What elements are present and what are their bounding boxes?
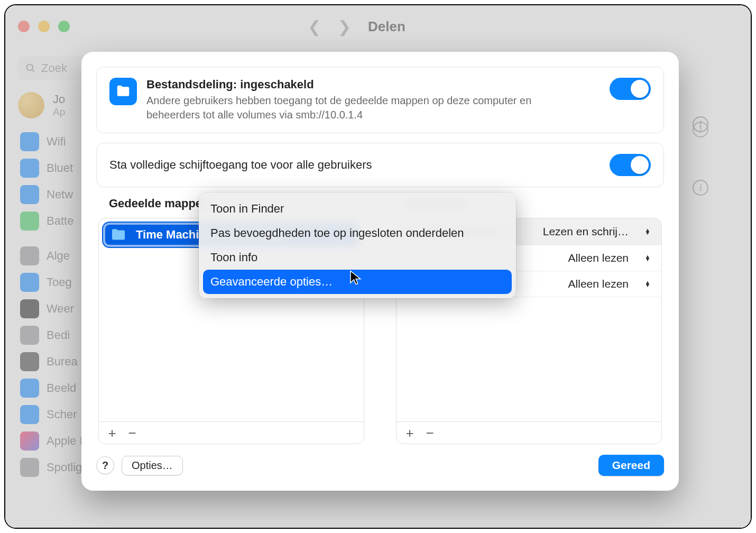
file-sharing-description: Andere gebruikers hebben toegang tot de … — [146, 94, 559, 122]
permission-stepper[interactable]: ▲▼ — [642, 278, 653, 290]
file-sharing-title: Bestandsdeling: ingeschakeld — [146, 78, 600, 91]
add-folder-button[interactable]: + — [104, 425, 120, 441]
file-sharing-toggle[interactable] — [610, 78, 651, 100]
sheet-footer: ? Opties… Gereed — [96, 455, 664, 476]
ctx-show-info[interactable]: Toon info — [203, 245, 512, 270]
folder-share-icon — [109, 78, 137, 105]
mouse-cursor-icon — [349, 270, 363, 288]
add-user-button[interactable]: + — [402, 425, 418, 441]
file-sharing-panel: Bestandsdeling: ingeschakeld Andere gebr… — [96, 67, 664, 133]
ctx-apply-permissions[interactable]: Pas bevoegdheden toe op ingesloten onder… — [203, 221, 512, 245]
remove-user-button[interactable]: − — [422, 425, 438, 441]
options-button[interactable]: Opties… — [122, 456, 183, 475]
permission-value: Alleen lezen — [568, 278, 629, 290]
permission-stepper[interactable]: ▲▼ — [642, 225, 653, 238]
permission-stepper[interactable]: ▲▼ — [642, 252, 653, 264]
full-disk-label: Sta volledige schijftoegang toe voor all… — [109, 158, 372, 172]
remove-folder-button[interactable]: − — [124, 425, 140, 441]
help-button[interactable]: ? — [96, 456, 114, 474]
folder-icon — [110, 228, 126, 241]
full-disk-toggle[interactable] — [610, 154, 651, 176]
ctx-show-in-finder[interactable]: Toon in Finder — [203, 197, 512, 221]
done-button[interactable]: Gereed — [598, 455, 664, 476]
permission-value: Lezen en schrij… — [543, 225, 629, 238]
permission-value: Alleen lezen — [568, 252, 629, 264]
full-disk-access-panel: Sta volledige schijftoegang toe voor all… — [96, 143, 664, 187]
